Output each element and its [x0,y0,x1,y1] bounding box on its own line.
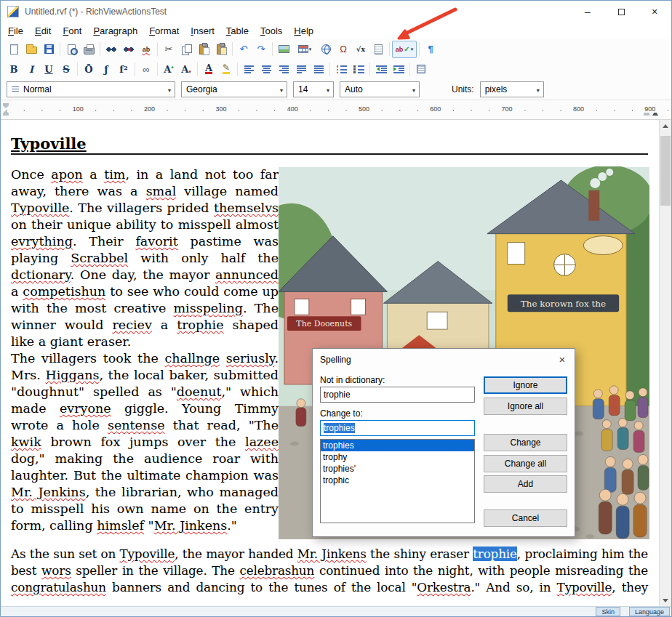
font-combobox[interactable]: Georgia [181,81,287,97]
live-spelling-icon: ab [143,46,151,53]
horizontal-ruler[interactable]: 100200300400500600700800900 [1,100,671,120]
live-spelling-button[interactable]: ab [137,41,155,58]
vertical-scrollbar[interactable] [659,120,671,606]
bullet-list-button[interactable] [332,60,350,78]
redo-button[interactable]: ↷ [252,41,270,58]
style-combobox[interactable]: Normal [7,81,175,97]
suggestion-item[interactable]: trophic [321,475,474,486]
font-color-value: Auto [345,84,408,94]
paragraph-color-button[interactable] [412,60,430,78]
align-justify-button[interactable] [292,60,310,78]
insert-formula-button[interactable]: √x [352,41,369,58]
scroll-up-button[interactable] [660,120,671,132]
insert-symbol-button[interactable]: Ω [335,41,352,58]
align-force-justify-button[interactable] [310,60,327,78]
ignore-all-button[interactable]: Ignore all [484,398,567,415]
suggestion-item[interactable]: trophies' [321,463,474,475]
menu-edit[interactable]: Edit [29,23,57,39]
first-line-indent-marker[interactable] [3,103,9,108]
paste-button[interactable] [195,41,212,58]
change-all-button[interactable]: Change all [484,455,567,472]
sign-crown-fox: The korown fox the [521,299,606,309]
grow-font-icon: A [164,64,174,75]
subscript-button[interactable]: ƒ [97,60,115,78]
misspelled-word: Orkestra [417,580,471,594]
strikethrough-button[interactable]: S [57,60,75,78]
menu-help[interactable]: Help [288,23,319,39]
eyeglasses-button[interactable]: ∞ [137,60,155,78]
menu-format[interactable]: Format [143,23,185,39]
align-center-button[interactable] [257,60,275,78]
change-button[interactable]: Change [484,434,567,451]
copy-button[interactable] [177,41,195,58]
scroll-down-button[interactable] [660,594,671,606]
ignore-button[interactable]: Ignore [484,376,567,394]
highlight-color-button[interactable]: ✎ [217,60,235,78]
open-file-icon [26,47,37,54]
misspelled-word: Higgans [45,368,99,382]
italic-button[interactable]: I [23,60,40,78]
bold-icon: B [10,64,18,75]
menu-paragraph[interactable]: Paragraph [87,23,143,39]
open-file-button[interactable] [23,41,40,58]
insert-hyperlink-button[interactable] [317,41,335,58]
font-size-combobox[interactable]: 14 [293,81,334,97]
skin-button[interactable]: Skin [596,607,620,616]
menu-font[interactable]: Font [57,23,87,39]
misspelled-word: Mr. Jenkins [11,485,86,499]
align-right-button[interactable] [275,60,292,78]
grow-font-button[interactable]: A [160,60,177,78]
not-in-dictionary-field[interactable]: trophie [320,387,475,403]
app-icon [7,6,19,17]
print-button[interactable] [80,41,97,58]
change-to-field[interactable]: trophies [320,420,475,436]
cut-button[interactable]: ✂ [160,41,177,58]
decrease-indent-button[interactable] [372,60,390,78]
language-button[interactable]: Language [629,607,670,616]
insert-document-button[interactable] [369,41,387,58]
paste-special-button[interactable] [212,41,230,58]
print-preview-button[interactable] [63,41,80,58]
minimize-button[interactable]: – [571,1,604,23]
left-indent-marker[interactable] [3,110,9,116]
shrink-font-button[interactable]: A [177,60,195,78]
suggestions-list[interactable]: trophiestrophytrophies'trophic [320,439,475,523]
menu-insert[interactable]: Insert [185,23,220,39]
find-button[interactable] [103,41,120,58]
font-color-button[interactable]: A [200,60,217,78]
insert-table-button[interactable]: ▾ [292,41,317,58]
overline-button[interactable]: Ō [80,60,97,78]
new-document-button[interactable] [5,41,23,58]
menu-file[interactable]: File [2,23,29,39]
paragraph: Once apon a tim, in a land not too far a… [11,166,279,350]
increase-indent-button[interactable] [390,60,407,78]
scrollbar-thumb[interactable] [660,136,671,206]
font-color-combobox[interactable]: Auto [340,81,420,97]
suggestion-item[interactable]: trophies [321,440,474,451]
undo-button[interactable]: ↶ [235,41,252,58]
menu-table[interactable]: Table [220,23,255,39]
toolbar-separator [419,42,420,56]
insert-formula-icon: √x [356,45,366,53]
align-left-button[interactable] [240,60,257,78]
numbered-list-button[interactable] [350,60,367,78]
misspelled-word: themselvs [214,201,279,215]
underline-button[interactable]: U [40,60,57,78]
cancel-button[interactable]: Cancel [484,509,567,527]
menu-tools[interactable]: Tools [255,23,288,39]
subscript-icon: ƒ [104,64,108,75]
suggestion-item[interactable]: trophy [321,451,474,463]
insert-picture-button[interactable] [275,41,292,58]
find-replace-button[interactable] [120,41,137,58]
dialog-close-button[interactable]: × [550,349,575,369]
bold-button[interactable]: B [5,60,23,78]
formatting-marks-button[interactable]: ¶ [422,41,439,58]
spell-check-button[interactable]: ab▾ [392,41,417,58]
document-heading: Typoville [11,134,648,155]
maximize-button[interactable] [604,1,638,23]
superscript-button[interactable]: f² [115,60,132,78]
save-file-button[interactable] [40,41,57,58]
close-button[interactable]: × [638,1,671,23]
units-combobox[interactable]: pixels [480,81,544,97]
add-button[interactable]: Add [484,475,567,493]
